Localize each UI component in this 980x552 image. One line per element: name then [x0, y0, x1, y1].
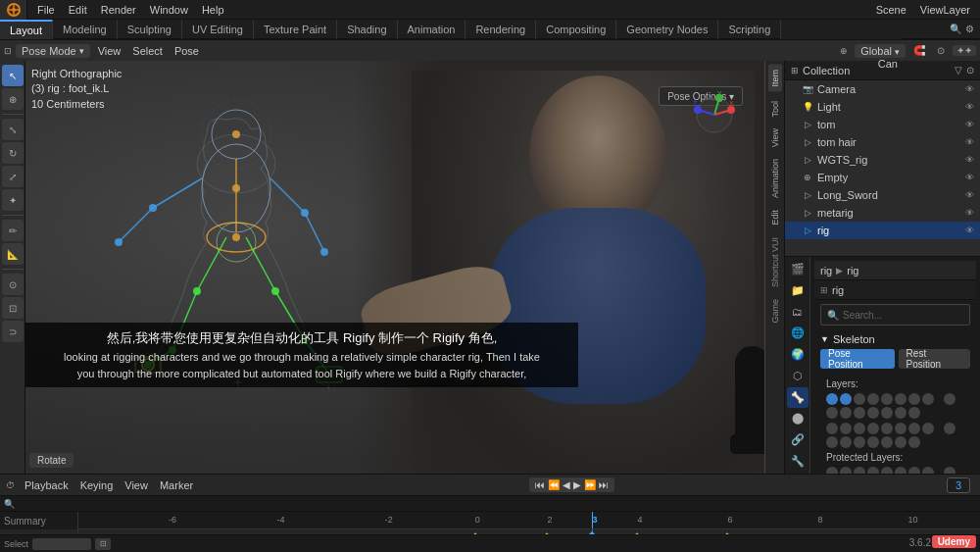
- overlay-icon[interactable]: ✦✦: [953, 45, 976, 56]
- layer-dot-11[interactable]: [854, 407, 865, 419]
- layer-dot-19[interactable]: [867, 423, 879, 434]
- n-tab-animation[interactable]: Animation: [768, 154, 782, 203]
- n-tab-edit[interactable]: Edit: [768, 205, 782, 230]
- tab-geometry-nodes[interactable]: Geometry Nodes: [616, 20, 718, 39]
- vis-eye-icon-9[interactable]: 👁: [962, 224, 976, 237]
- marker-btn[interactable]: Marker: [156, 479, 197, 491]
- push-pull-tool[interactable]: ⊡: [2, 297, 24, 319]
- layer-dot-28[interactable]: [867, 436, 879, 448]
- play-reverse-btn[interactable]: ◀: [563, 479, 570, 490]
- jump-start-btn[interactable]: ⏮: [535, 479, 545, 490]
- layer-dot-27[interactable]: [854, 436, 865, 448]
- search-icon-top[interactable]: 🔍: [950, 24, 961, 34]
- header-pose-btn[interactable]: Pose: [171, 45, 203, 57]
- bend-tool[interactable]: ⊃: [2, 321, 24, 342]
- keying-btn[interactable]: Keying: [76, 479, 118, 491]
- tab-scripting[interactable]: Scripting: [718, 20, 781, 39]
- vis-eye-icon-5[interactable]: 👁: [962, 153, 976, 167]
- rotate-tool[interactable]: ↻: [2, 142, 24, 164]
- transform-tool[interactable]: ✦: [2, 189, 24, 211]
- layer-dot-3[interactable]: [867, 393, 879, 405]
- outliner-rig[interactable]: ▷ rig 👁: [785, 222, 980, 239]
- prot-dot-2[interactable]: [854, 467, 865, 474]
- vis-eye-icon-6[interactable]: 👁: [962, 171, 976, 184]
- prot-dot-5[interactable]: [895, 467, 906, 474]
- prop-material-btn[interactable]: ⬤: [787, 409, 808, 429]
- layer-dot-30[interactable]: [895, 436, 906, 448]
- tab-uv-editing[interactable]: UV Editing: [182, 20, 254, 39]
- prop-scene-btn[interactable]: 🌐: [787, 323, 808, 343]
- play-btn[interactable]: ▶: [573, 479, 581, 490]
- layer-dot-20[interactable]: [881, 423, 893, 434]
- layer-dot-16[interactable]: [826, 423, 838, 434]
- layer-dot-18[interactable]: [854, 423, 865, 434]
- prot-dot-3[interactable]: [867, 467, 879, 474]
- tab-sculpting[interactable]: Sculpting: [118, 20, 182, 39]
- layer-dot-17[interactable]: [840, 423, 852, 434]
- keyframe-0[interactable]: [469, 532, 480, 534]
- prot-dot-0[interactable]: [826, 467, 838, 474]
- layer-dot-8[interactable]: [944, 393, 956, 405]
- layer-dot-2[interactable]: [854, 393, 865, 405]
- vis-eye-icon-2[interactable]: 👁: [962, 100, 976, 114]
- cursor-tool[interactable]: ⊕: [2, 88, 24, 110]
- menu-help[interactable]: Help: [196, 3, 230, 17]
- menu-window[interactable]: Window: [144, 3, 194, 17]
- keyframe-4[interactable]: [632, 532, 643, 534]
- n-tab-tool[interactable]: Tool: [768, 96, 782, 123]
- settings-icon-top[interactable]: ⚙: [965, 24, 974, 34]
- outliner-empty[interactable]: ⊕ Empty 👁: [785, 169, 980, 186]
- prop-view-layer-btn[interactable]: 🗂: [787, 302, 808, 323]
- tab-shading[interactable]: Shading: [337, 20, 397, 39]
- menu-render[interactable]: Render: [95, 3, 142, 17]
- tab-compositing[interactable]: Compositing: [536, 20, 616, 39]
- tab-modeling[interactable]: Modeling: [53, 20, 118, 39]
- layer-dot-12[interactable]: [867, 407, 879, 419]
- tab-texture-paint[interactable]: Texture Paint: [254, 20, 337, 39]
- n-tab-game[interactable]: Game: [768, 294, 782, 328]
- prot-dot-8[interactable]: [944, 467, 956, 474]
- prop-object-btn[interactable]: ⬡: [787, 366, 808, 386]
- magnet-icon[interactable]: 🧲: [909, 45, 929, 56]
- tab-animation[interactable]: Animation: [398, 20, 466, 39]
- n-tab-item[interactable]: Item: [768, 65, 782, 92]
- start-end-frame-input[interactable]: [32, 538, 91, 550]
- prop-modifiers-btn[interactable]: 🔧: [787, 451, 808, 472]
- layer-dot-0[interactable]: [826, 393, 838, 405]
- layer-dot-5[interactable]: [895, 393, 906, 405]
- prot-dot-4[interactable]: [881, 467, 893, 474]
- vis-eye-icon-7[interactable]: 👁: [962, 188, 976, 202]
- layer-dot-26[interactable]: [840, 436, 852, 448]
- layer-dot-4[interactable]: [881, 393, 893, 405]
- keyframe-3-current[interactable]: [585, 530, 599, 534]
- scale-tool[interactable]: ⤢: [2, 166, 24, 187]
- prop-render-btn[interactable]: 🎬: [787, 259, 808, 279]
- prop-data-btn[interactable]: 🦴: [787, 387, 808, 408]
- pose-position-btn[interactable]: Pose Position: [820, 349, 895, 369]
- n-tab-view[interactable]: View: [768, 124, 782, 152]
- outliner-filter-icon[interactable]: ▽: [955, 65, 962, 75]
- rotate-button[interactable]: Rotate: [29, 453, 74, 468]
- measure-tool[interactable]: 📐: [2, 243, 24, 265]
- layer-dot-29[interactable]: [881, 436, 893, 448]
- mode-selector[interactable]: Pose Mode ▾: [16, 44, 90, 58]
- outliner-tom-hair[interactable]: ▷ tom hair 👁: [785, 133, 980, 151]
- select-tool[interactable]: ↖: [2, 65, 24, 86]
- n-tab-shortcut[interactable]: Shortcut VUI: [768, 232, 782, 292]
- layer-dot-7[interactable]: [922, 393, 934, 405]
- frame-step-input[interactable]: ⊡: [95, 538, 111, 550]
- vis-eye-icon[interactable]: 👁: [962, 82, 976, 96]
- layer-dot-25[interactable]: [826, 436, 838, 448]
- layer-dot-14[interactable]: [895, 407, 906, 419]
- prot-dot-1[interactable]: [840, 467, 852, 474]
- layer-dot-1[interactable]: [840, 393, 852, 405]
- header-select-btn[interactable]: Select: [128, 45, 167, 57]
- outliner-sync-icon[interactable]: ⊙: [966, 65, 974, 75]
- keyframe-2[interactable]: [542, 532, 553, 534]
- vis-eye-icon-4[interactable]: 👁: [962, 135, 976, 149]
- tab-rendering[interactable]: Rendering: [466, 20, 536, 39]
- viewport[interactable]: Right Orthographic (3) rig : foot_ik.L 1…: [25, 61, 784, 474]
- relax-tool[interactable]: ⊙: [2, 274, 24, 295]
- outliner-camera[interactable]: 📷 Camera 👁: [785, 80, 980, 98]
- layer-dot-6[interactable]: [908, 393, 920, 405]
